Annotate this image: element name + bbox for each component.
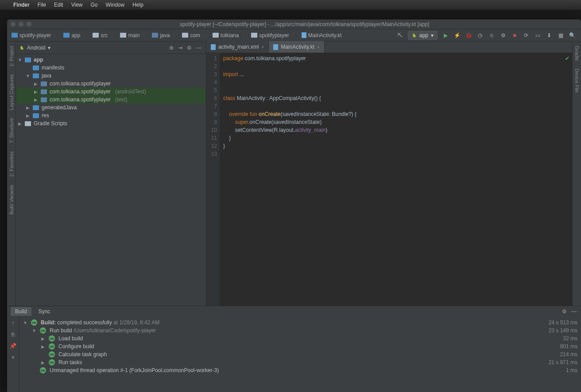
gear-icon[interactable]: ⚙ bbox=[561, 307, 568, 315]
xml-file-icon bbox=[211, 44, 216, 50]
expand-icon[interactable]: ⎘ bbox=[10, 331, 17, 338]
tab-sync[interactable]: Sync bbox=[34, 307, 55, 316]
gradle-icon bbox=[25, 121, 31, 126]
ok-badge-icon bbox=[40, 327, 46, 334]
tree-item[interactable]: ▼app bbox=[16, 56, 206, 64]
build-row[interactable]: Unmanaged thread operation #-1 (ForkJoin… bbox=[19, 366, 581, 374]
build-row[interactable]: ▼Run build /Users/tolkiana/Code/spotify-… bbox=[19, 327, 581, 334]
code-area[interactable]: ✔ package com.tolkiana.spotifyplayer imp… bbox=[220, 53, 572, 306]
run-config-selector[interactable]: ♞ app ▾ bbox=[408, 31, 438, 40]
sync-icon[interactable]: ⟳ bbox=[523, 32, 530, 39]
kotlin-file-icon bbox=[273, 44, 278, 50]
menu-view[interactable]: View bbox=[71, 2, 83, 8]
rail-build-variants[interactable]: Build Variants bbox=[9, 183, 14, 216]
close-tab-icon[interactable]: × bbox=[317, 45, 320, 50]
pkg-icon bbox=[41, 81, 47, 86]
crumb-java[interactable]: java〉 bbox=[150, 31, 179, 40]
tree-item[interactable]: ▶res bbox=[16, 111, 206, 119]
menu-edit[interactable]: Edit bbox=[54, 2, 63, 8]
close-icon[interactable]: × bbox=[10, 354, 17, 361]
menu-help[interactable]: Help bbox=[132, 2, 143, 8]
build-row[interactable]: ▶Run tasks21 s 871 ms bbox=[19, 358, 581, 366]
stop-icon[interactable]: ■ bbox=[511, 32, 518, 39]
crumb-com[interactable]: com〉 bbox=[180, 31, 210, 40]
folder-icon bbox=[93, 33, 99, 38]
close-tab-icon[interactable]: × bbox=[261, 45, 264, 50]
tab-activity-main[interactable]: activity_main.xml× bbox=[206, 41, 269, 53]
minimize-icon[interactable] bbox=[19, 22, 23, 27]
ide-window: spotify-player [~/Code/spotify-player] -… bbox=[7, 19, 581, 392]
menu-file[interactable]: File bbox=[38, 2, 46, 8]
project-tree: ▼appmanifests▼java▶com.tolkiana.spotifyp… bbox=[16, 54, 206, 306]
kotlin-file-icon bbox=[302, 32, 306, 38]
folder-icon bbox=[213, 33, 219, 38]
collapse-icon[interactable]: ⇥ bbox=[177, 44, 183, 52]
menubar-app-name[interactable]: Finder bbox=[13, 2, 30, 8]
hammer-icon[interactable]: ⛏ bbox=[396, 32, 403, 39]
apply-changes-icon[interactable]: ⚡ bbox=[453, 32, 461, 39]
zoom-icon[interactable] bbox=[27, 22, 31, 27]
rail-structure[interactable]: 7: Structure bbox=[9, 116, 14, 145]
bottom-panel: Build Sync ⚙ — ↑ ⎘ 📌 × ▼Build: completed… bbox=[7, 306, 581, 392]
tree-item[interactable]: ▶com.tolkiana.spotifyplayer(test) bbox=[16, 96, 206, 104]
crumb-spotifyplayer[interactable]: spotifyplayer〉 bbox=[249, 31, 298, 40]
build-row[interactable]: ▶Configure build801 ms bbox=[19, 342, 581, 350]
folder-icon bbox=[33, 105, 39, 110]
attach-icon[interactable]: ⎋ bbox=[488, 32, 495, 39]
tree-item[interactable]: ▼java bbox=[16, 72, 206, 80]
folder-icon bbox=[33, 65, 39, 70]
target-icon[interactable]: ⊕ bbox=[168, 44, 174, 52]
crumb-src[interactable]: src〉 bbox=[91, 31, 117, 40]
project-header: ♞ Android ▾ ⊕ ⇥ ⚙ — bbox=[16, 42, 206, 54]
debug-icon[interactable]: 🐞 bbox=[465, 32, 472, 39]
tree-item[interactable]: ▶generatedJava bbox=[16, 104, 206, 111]
build-row[interactable]: ▼Build: completed successfully at 1/29/1… bbox=[19, 319, 581, 327]
layout-inspect-icon[interactable]: ▦ bbox=[557, 32, 564, 39]
ok-badge-icon bbox=[31, 319, 37, 326]
build-row[interactable]: ▶Load build32 ms bbox=[19, 334, 581, 342]
crumb-app[interactable]: app〉 bbox=[62, 31, 90, 40]
rail-project[interactable]: 1: Project bbox=[9, 44, 14, 68]
crumb-project[interactable]: spotify-player〉 bbox=[10, 31, 61, 40]
crumb-file[interactable]: MainActivity.kt bbox=[300, 31, 344, 39]
menu-go[interactable]: Go bbox=[91, 2, 98, 8]
code-editor[interactable]: 12345678910111213 ✔ package com.tolkiana… bbox=[206, 53, 572, 306]
rail-device-file[interactable]: Device File bbox=[574, 67, 580, 94]
rail-layout-captures[interactable]: Layout Captures bbox=[9, 73, 14, 112]
tree-item[interactable]: ▶com.tolkiana.spotifyplayer bbox=[16, 80, 206, 88]
sdk-icon[interactable]: ⬇ bbox=[546, 32, 553, 39]
crumb-main[interactable]: main〉 bbox=[118, 31, 149, 40]
search-icon[interactable]: 🔍 bbox=[569, 32, 576, 39]
pin-icon[interactable]: 📌 bbox=[10, 342, 17, 350]
main-body: 1: Project Layout Captures 7: Structure … bbox=[7, 42, 581, 306]
build-row[interactable]: Calculate task graph214 ms bbox=[19, 350, 581, 358]
gear-icon[interactable]: ⚙ bbox=[186, 44, 193, 52]
crumb-tolkiana[interactable]: tolkiana〉 bbox=[211, 31, 248, 40]
close-icon[interactable] bbox=[11, 22, 15, 27]
hide-icon[interactable]: — bbox=[195, 44, 202, 52]
folder-icon bbox=[251, 33, 257, 38]
line-gutter: 12345678910111213 bbox=[206, 53, 220, 306]
tree-item[interactable]: ▶Gradle Scripts bbox=[16, 119, 206, 127]
filter-icon[interactable]: ↑ bbox=[10, 319, 17, 327]
right-tool-rail: Gradle Device File bbox=[572, 42, 581, 306]
menu-window[interactable]: Window bbox=[106, 2, 125, 8]
project-panel: ♞ Android ▾ ⊕ ⇥ ⚙ — ▼appmanifests▼java▶c… bbox=[16, 42, 206, 306]
tab-build[interactable]: Build bbox=[11, 307, 31, 316]
run-icon[interactable]: ▶ bbox=[442, 32, 449, 39]
tab-main-activity[interactable]: MainActivity.kt× bbox=[269, 41, 325, 53]
tree-item[interactable]: ▶com.tolkiana.spotifyplayer(androidTest) bbox=[16, 88, 206, 96]
project-view-label[interactable]: Android bbox=[27, 45, 45, 51]
hide-icon[interactable]: — bbox=[570, 307, 577, 315]
rail-gradle[interactable]: Gradle bbox=[574, 44, 580, 62]
build-tree: ▼Build: completed successfully at 1/29/1… bbox=[19, 317, 581, 392]
avd-icon[interactable]: ▭ bbox=[534, 32, 541, 39]
ok-badge-icon bbox=[49, 343, 55, 350]
left-tool-rail: 1: Project Layout Captures 7: Structure … bbox=[7, 42, 16, 306]
more-run-icon[interactable]: ⚙ bbox=[500, 32, 507, 39]
profiler-icon[interactable]: ◷ bbox=[476, 32, 484, 39]
tree-item[interactable]: manifests bbox=[16, 64, 206, 72]
pkg-icon bbox=[41, 97, 47, 102]
rail-favorites[interactable]: 2: Favorites bbox=[9, 150, 14, 178]
chevron-down-icon[interactable]: ▾ bbox=[48, 45, 50, 51]
